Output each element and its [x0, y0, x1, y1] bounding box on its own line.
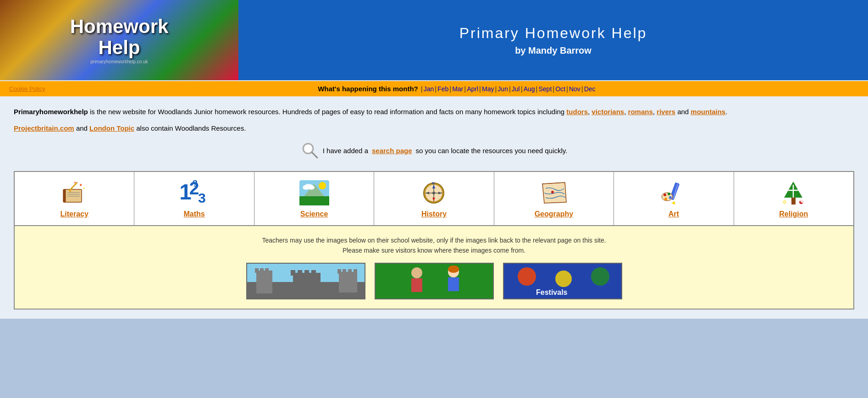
svg-text:✦: ✦ [83, 187, 85, 190]
svg-marker-39 [672, 200, 676, 204]
religion-label: Religion [779, 210, 808, 218]
svg-text:✦: ✦ [79, 182, 83, 188]
subject-grid: ✦ ✦ ✦ Literacy 1 2 3 ? Maths [14, 171, 854, 226]
month-jul[interactable]: Jul [512, 85, 520, 93]
month-sept[interactable]: Sept [538, 85, 552, 93]
search-section: I have added a search page so you can lo… [14, 141, 854, 160]
notice-box: Teachers may use the images below on the… [14, 226, 854, 310]
svg-point-33 [432, 192, 435, 194]
svg-rect-61 [304, 270, 309, 276]
subject-religion[interactable]: ✡ ☯ Religion [734, 172, 853, 225]
thumbnail-castle [246, 263, 365, 299]
intro-paragraph: Primaryhomeworkhelp is the new website f… [14, 106, 854, 117]
svg-text:3: 3 [198, 190, 206, 205]
mountains-link[interactable]: mountains [691, 108, 725, 116]
search-text: I have added a [323, 147, 368, 155]
projectbritain-line: Projectbritain.com and London Topic also… [14, 124, 854, 132]
nav-bar: Cookie Policy What's happening this mont… [0, 80, 868, 97]
svg-rect-64 [337, 269, 341, 274]
main-content: Primaryhomeworkhelp is the new website f… [0, 97, 868, 319]
svg-point-23 [303, 185, 309, 190]
thumbnail-festivals: Festivals [503, 263, 622, 299]
svg-rect-58 [293, 273, 321, 293]
logo-subtext: primaryhomeworkhelp.co.uk [70, 59, 169, 64]
rivers-link[interactable]: rivers [657, 108, 675, 116]
art-label: Art [669, 210, 679, 218]
svg-rect-3 [63, 189, 82, 202]
svg-rect-59 [291, 270, 295, 276]
month-mar[interactable]: Mar [452, 85, 463, 93]
geography-icon [538, 179, 570, 206]
subject-science[interactable]: Science [254, 172, 374, 225]
logo-text: Homework Help [70, 16, 169, 58]
svg-line-2 [312, 152, 317, 158]
subject-literacy[interactable]: ✦ ✦ ✦ Literacy [15, 172, 134, 225]
site-title: Primary Homework Help [459, 25, 647, 42]
search-page-link[interactable]: search page [372, 147, 412, 155]
notice-line1: Teachers may use the images below on the… [24, 235, 844, 245]
svg-text:?: ? [192, 179, 198, 188]
svg-rect-4 [63, 189, 66, 202]
logo-collage: Homework Help primaryhomeworkhelp.co.uk [0, 0, 238, 80]
month-aug[interactable]: Aug [524, 85, 535, 93]
svg-point-76 [555, 271, 572, 287]
geography-label: Geography [535, 210, 573, 218]
search-text-after: so you can locate the resources you need… [416, 147, 568, 155]
subject-art[interactable]: Art [614, 172, 734, 225]
svg-rect-67 [354, 269, 357, 274]
svg-point-69 [411, 267, 422, 278]
month-dec[interactable]: Dec [584, 85, 596, 93]
month-jan[interactable]: Jan [424, 85, 434, 93]
site-name-bold: Primaryhomeworkhelp [14, 108, 88, 116]
svg-text:☯: ☯ [799, 199, 804, 205]
literacy-label: Literacy [61, 210, 88, 218]
tudors-link[interactable]: tudors [566, 108, 588, 116]
svg-rect-65 [343, 269, 346, 274]
svg-rect-55 [255, 268, 259, 273]
month-navigation: What's happening this month? | Jan | Feb… [55, 85, 859, 93]
site-author: by Mandy Barrow [515, 45, 592, 56]
literacy-icon: ✦ ✦ ✦ [58, 179, 90, 206]
svg-rect-68 [376, 264, 494, 299]
projectbritain-link[interactable]: Projectbritain.com [14, 124, 74, 132]
svg-point-37 [551, 191, 554, 193]
svg-text:✦: ✦ [73, 181, 77, 185]
victorians-link[interactable]: victorians [592, 108, 624, 116]
thumbnail-people [375, 263, 494, 299]
london-topic-link[interactable]: London Topic [89, 124, 134, 132]
svg-point-41 [663, 193, 666, 196]
svg-point-1 [304, 144, 312, 153]
science-label: Science [300, 210, 328, 218]
science-icon [298, 179, 330, 206]
history-icon: N [418, 179, 450, 206]
svg-rect-19 [299, 196, 329, 205]
svg-text:Festivals: Festivals [536, 288, 568, 296]
month-nov[interactable]: Nov [569, 85, 581, 93]
svg-rect-63 [339, 272, 357, 293]
svg-rect-56 [260, 268, 264, 273]
subject-geography[interactable]: Geography [494, 172, 614, 225]
month-may[interactable]: May [482, 85, 494, 93]
month-jun[interactable]: Jun [498, 85, 508, 93]
header-title-area: Primary Homework Help by Mandy Barrow [238, 0, 868, 80]
svg-point-43 [669, 196, 672, 199]
svg-point-21 [319, 182, 326, 189]
month-feb[interactable]: Feb [437, 85, 448, 93]
art-icon [658, 179, 690, 206]
svg-text:✡: ✡ [782, 199, 787, 205]
svg-rect-62 [311, 270, 316, 276]
month-aprl[interactable]: Aprl [467, 85, 478, 93]
svg-point-42 [668, 193, 670, 195]
subject-maths[interactable]: 1 2 3 ? Maths [134, 172, 254, 225]
svg-point-24 [308, 185, 315, 190]
cookie-policy-link[interactable]: Cookie Policy [9, 85, 45, 92]
svg-point-77 [591, 267, 609, 286]
magnifier-icon [301, 141, 319, 160]
thumbnail-row: Festivals [24, 263, 844, 299]
svg-rect-66 [348, 269, 352, 274]
subject-history[interactable]: N History [374, 172, 494, 225]
romans-link[interactable]: romans [628, 108, 653, 116]
notice-line2: Please make sure visitors know where the… [24, 245, 844, 255]
svg-text:N: N [432, 181, 435, 185]
month-oct[interactable]: Oct [555, 85, 565, 93]
